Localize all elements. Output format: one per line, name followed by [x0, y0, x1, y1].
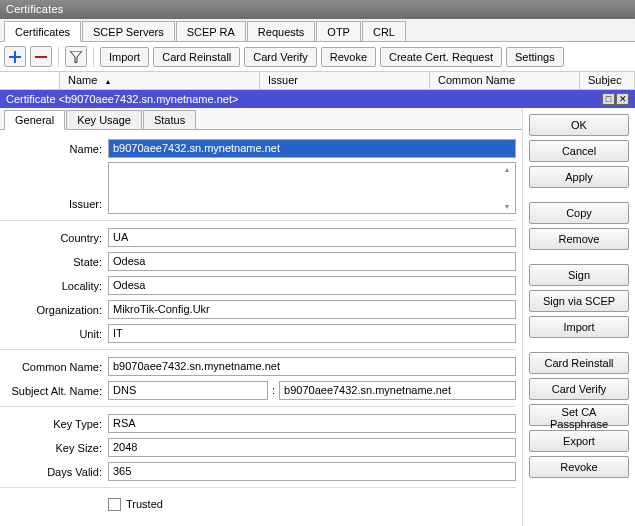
detail-left-pane: General Key Usage Status Name: Issuer: ▴…	[0, 108, 523, 526]
svg-rect-0	[35, 56, 47, 58]
minus-icon	[35, 51, 47, 63]
certificate-form: Name: Issuer: ▴▾ Country: State: Localit…	[0, 130, 522, 526]
maximize-button[interactable]: □	[602, 93, 615, 105]
state-field[interactable]	[108, 252, 516, 271]
card-reinstall-button[interactable]: Card Reinstall	[153, 47, 240, 67]
toolbar: Import Card Reinstall Card Verify Revoke…	[0, 42, 635, 72]
label-issuer: Issuer:	[0, 196, 108, 214]
sort-asc-icon: ▴	[106, 77, 110, 86]
column-subject[interactable]: Subjec	[580, 72, 635, 89]
cancel-button[interactable]: Cancel	[529, 140, 629, 162]
main-tabs: Certificates SCEP Servers SCEP RA Reques…	[0, 19, 635, 42]
settings-button[interactable]: Settings	[506, 47, 564, 67]
add-button[interactable]	[4, 46, 26, 67]
san-colon: :	[268, 384, 279, 396]
import-button-side[interactable]: Import	[529, 316, 629, 338]
separator	[93, 47, 94, 67]
days-valid-field[interactable]	[108, 462, 516, 481]
sign-via-scep-button[interactable]: Sign via SCEP	[529, 290, 629, 312]
column-name[interactable]: Name ▴	[60, 72, 260, 89]
issuer-scroll[interactable]: ▴▾	[500, 164, 514, 212]
card-verify-button-side[interactable]: Card Verify	[529, 378, 629, 400]
create-cert-request-button[interactable]: Create Cert. Request	[380, 47, 502, 67]
label-unit: Unit:	[0, 326, 108, 340]
label-key-size: Key Size:	[0, 440, 108, 454]
key-type-field[interactable]	[108, 414, 516, 433]
column-common-name[interactable]: Common Name	[430, 72, 580, 89]
label-san: Subject Alt. Name:	[0, 383, 108, 397]
divider	[0, 406, 516, 407]
ok-button[interactable]: OK	[529, 114, 629, 136]
detail-titlebar: Certificate <b9070aee7432.sn.mynetname.n…	[0, 90, 635, 108]
label-country: Country:	[0, 230, 108, 244]
country-field[interactable]	[108, 228, 516, 247]
tab-crl[interactable]: CRL	[362, 21, 406, 41]
column-spacer	[0, 72, 60, 89]
export-button[interactable]: Export	[529, 430, 629, 452]
label-key-type: Key Type:	[0, 416, 108, 430]
divider	[0, 349, 516, 350]
detail-title-text: Certificate <b9070aee7432.sn.mynetname.n…	[6, 93, 238, 105]
tab-status[interactable]: Status	[143, 110, 196, 129]
label-organization: Organization:	[0, 302, 108, 316]
close-button[interactable]: ✕	[616, 93, 629, 105]
san-value-field[interactable]	[279, 381, 516, 400]
label-locality: Locality:	[0, 278, 108, 292]
plus-icon	[9, 51, 21, 63]
revoke-button[interactable]: Revoke	[321, 47, 376, 67]
organization-field[interactable]	[108, 300, 516, 319]
action-buttons-pane: OK Cancel Apply Copy Remove Sign Sign vi…	[523, 108, 635, 526]
key-size-field[interactable]	[108, 438, 516, 457]
funnel-icon	[70, 51, 82, 63]
locality-field[interactable]	[108, 276, 516, 295]
tab-certificates[interactable]: Certificates	[4, 21, 81, 42]
tab-requests[interactable]: Requests	[247, 21, 315, 41]
label-name: Name:	[0, 141, 108, 155]
sign-button[interactable]: Sign	[529, 264, 629, 286]
revoke-button-side[interactable]: Revoke	[529, 456, 629, 478]
detail-tabs: General Key Usage Status	[0, 108, 522, 130]
separator	[58, 47, 59, 67]
san-type-field[interactable]	[108, 381, 268, 400]
name-field[interactable]	[108, 139, 516, 158]
label-state: State:	[0, 254, 108, 268]
label-days-valid: Days Valid:	[0, 464, 108, 478]
tab-scep-servers[interactable]: SCEP Servers	[82, 21, 175, 41]
apply-button[interactable]: Apply	[529, 166, 629, 188]
issuer-field[interactable]: ▴▾	[108, 162, 516, 214]
window-title: Certificates	[6, 3, 63, 15]
set-ca-passphrase-button[interactable]: Set CA Passphrase	[529, 404, 629, 426]
divider	[0, 487, 516, 488]
card-reinstall-button-side[interactable]: Card Reinstall	[529, 352, 629, 374]
window-controls: □ ✕	[602, 93, 629, 105]
filter-button[interactable]	[65, 46, 87, 67]
tab-general[interactable]: General	[4, 110, 65, 130]
card-verify-button[interactable]: Card Verify	[244, 47, 316, 67]
tab-scep-ra[interactable]: SCEP RA	[176, 21, 246, 41]
window-titlebar: Certificates	[0, 0, 635, 19]
remove-button[interactable]	[30, 46, 52, 67]
label-common-name: Common Name:	[0, 359, 108, 373]
label-trusted: Trusted	[126, 498, 163, 510]
column-headers: Name ▴ Issuer Common Name Subjec	[0, 72, 635, 90]
common-name-field[interactable]	[108, 357, 516, 376]
unit-field[interactable]	[108, 324, 516, 343]
trusted-checkbox[interactable]	[108, 498, 121, 511]
import-button[interactable]: Import	[100, 47, 149, 67]
divider	[0, 220, 516, 221]
copy-button[interactable]: Copy	[529, 202, 629, 224]
remove-button-side[interactable]: Remove	[529, 228, 629, 250]
tab-otp[interactable]: OTP	[316, 21, 361, 41]
tab-key-usage[interactable]: Key Usage	[66, 110, 142, 129]
column-issuer[interactable]: Issuer	[260, 72, 430, 89]
